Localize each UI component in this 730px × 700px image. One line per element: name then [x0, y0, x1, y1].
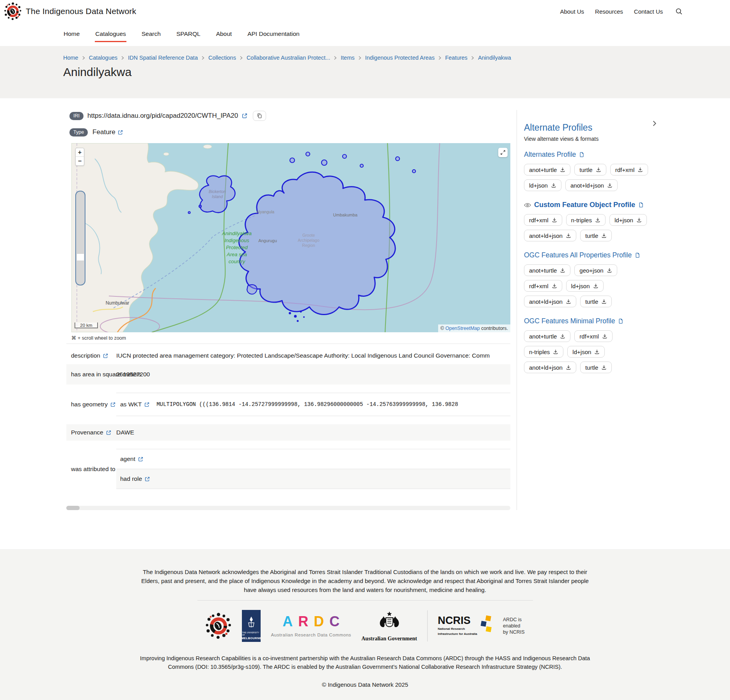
external-link-icon[interactable]	[106, 430, 111, 435]
document-icon[interactable]	[618, 318, 623, 324]
external-link-icon[interactable]	[103, 353, 108, 358]
format-download-button[interactable]: turtle	[580, 362, 612, 373]
breadcrumb-link[interactable]: Features	[445, 55, 467, 61]
slider-handle[interactable]	[77, 254, 84, 261]
breadcrumb-link[interactable]: Home	[63, 55, 78, 61]
format-download-button[interactable]: anot+ld+json	[524, 362, 576, 373]
download-icon	[638, 167, 643, 172]
breadcrumb-link[interactable]: Catalogues	[89, 55, 117, 61]
format-download-button[interactable]: n-triples	[566, 214, 606, 226]
map[interactable]: Bickerton Island Alyangula Angurugu Umba…	[71, 143, 510, 332]
format-label: n-triples	[529, 349, 550, 355]
brand[interactable]: The Indigenous Data Network	[4, 2, 136, 20]
format-download-button[interactable]: rdf+xml	[574, 330, 613, 342]
format-download-button[interactable]: anot+ld+json	[524, 230, 576, 241]
type-value[interactable]: Feature	[92, 128, 115, 136]
breadcrumb-item: Collections	[208, 55, 247, 61]
chevron-right-icon	[358, 56, 362, 60]
top-nav-link[interactable]: About Us	[560, 8, 584, 15]
breadcrumb-link[interactable]: Collaborative Australian Protect...	[247, 55, 330, 61]
ardc-caption: Australian Research Data Commons	[271, 633, 351, 637]
search-icon[interactable]	[675, 8, 682, 15]
nav-item[interactable]: Catalogues	[95, 27, 126, 42]
uom-text-line2: MELBOURNE	[241, 636, 261, 640]
ipa-label-line: Protected	[226, 245, 248, 250]
format-label: rdf+xml	[579, 333, 599, 340]
horizontal-scrollbar[interactable]	[66, 506, 510, 510]
logo-divider	[427, 610, 428, 642]
map-label-numbulwar: Numbulwar	[106, 300, 130, 306]
external-link-icon[interactable]	[110, 402, 115, 407]
format-download-button[interactable]: ld+json	[524, 179, 561, 191]
format-download-button[interactable]: rdf+xml	[524, 280, 562, 292]
format-download-button[interactable]: n-triples	[524, 346, 563, 358]
fullscreen-button[interactable]	[498, 148, 508, 157]
format-buttons: anot+turtle rdf+xml n-triples ld+json an…	[524, 330, 652, 373]
breadcrumb-link[interactable]: IDN Spatial Reference Data	[128, 55, 198, 61]
format-download-button[interactable]: anot+ld+json	[524, 296, 576, 307]
wkt-value: MULTIPOLYGON (((136.9814 -14.25727999999…	[156, 401, 506, 408]
properties-table: description IUCN protected area manageme…	[66, 347, 510, 510]
format-download-button[interactable]: turtle	[580, 230, 612, 241]
nav-item[interactable]: SPARQL	[176, 27, 201, 42]
nav-item[interactable]: Home	[63, 27, 80, 42]
format-download-button[interactable]: ld+json	[567, 346, 605, 358]
property-row-attributed: was attributed to agent had role	[66, 441, 510, 497]
idn-logo-icon	[4, 2, 22, 20]
document-icon[interactable]	[638, 202, 644, 208]
format-download-button[interactable]: anot+turtle	[524, 164, 570, 175]
copyright-symbol: ©	[440, 326, 444, 331]
external-link-icon[interactable]	[242, 113, 247, 119]
format-download-button[interactable]: rdf+xml	[524, 214, 562, 226]
chevron-right-icon	[201, 56, 205, 60]
ncris-name: NCRIS	[438, 615, 477, 626]
download-icon	[607, 183, 613, 188]
profile-title-link[interactable]: Custom Feature Object Profile	[534, 201, 635, 209]
download-icon	[607, 268, 612, 273]
copy-iri-button[interactable]	[253, 111, 266, 121]
property-row-provenance: Provenance DAWE	[66, 424, 510, 441]
format-download-button[interactable]: rdf+xml	[610, 164, 648, 175]
zoom-in-button[interactable]: +	[76, 148, 84, 157]
top-nav-link[interactable]: Resources	[595, 8, 623, 15]
map-zoom-slider[interactable]	[75, 191, 85, 285]
footer-divider	[197, 600, 533, 601]
breadcrumb-link[interactable]: Anindilyakwa	[478, 55, 511, 61]
ncris-caption-line1: National Research	[438, 627, 477, 631]
format-download-button[interactable]: anot+ld+json	[565, 179, 618, 191]
nav-item[interactable]: About	[216, 27, 233, 42]
format-download-button[interactable]: ld+json	[566, 280, 604, 292]
breadcrumb-link[interactable]: Items	[341, 55, 354, 61]
format-label: anot+ld+json	[529, 298, 563, 305]
map-label-umbakumba: Umbakumba	[333, 213, 358, 217]
osm-attribution-link[interactable]: OpenStreetMap	[445, 326, 480, 331]
external-link-icon[interactable]	[145, 477, 150, 482]
profile-title-link[interactable]: Alternates Profile	[524, 151, 576, 159]
format-download-button[interactable]: ld+json	[609, 214, 647, 226]
scrollbar-thumb[interactable]	[66, 506, 80, 510]
format-download-button[interactable]: turtle	[574, 164, 606, 175]
ardc-logo: ARDC Australian Research Data Commons	[271, 615, 351, 637]
breadcrumb-link[interactable]: Collections	[208, 55, 236, 61]
download-icon	[596, 167, 601, 172]
nav-item[interactable]: API Documentation	[247, 27, 300, 42]
download-icon	[593, 283, 599, 289]
format-download-button[interactable]: turtle	[580, 296, 612, 307]
profile-title-link[interactable]: OGC Features All Properties Profile	[524, 251, 632, 259]
external-link-icon[interactable]	[138, 457, 143, 462]
document-icon[interactable]	[635, 252, 640, 258]
document-icon[interactable]	[579, 152, 584, 158]
format-download-button[interactable]: anot+turtle	[524, 264, 570, 276]
external-link-icon[interactable]	[144, 402, 149, 407]
format-download-button[interactable]: geo+json	[574, 264, 617, 276]
sidebar-collapse-button[interactable]	[652, 120, 657, 127]
breadcrumb-link[interactable]: Indigenous Protected Areas	[365, 55, 435, 61]
agent-label: agent	[120, 455, 135, 463]
external-link-icon[interactable]	[118, 130, 123, 135]
nav-item[interactable]: Search	[141, 27, 161, 42]
acknowledgement-text: The Indigenous Data Network acknowledges…	[135, 568, 595, 595]
format-download-button[interactable]: anot+turtle	[524, 330, 570, 342]
profile-title-link[interactable]: OGC Features Minimal Profile	[524, 317, 615, 325]
top-nav-link[interactable]: Contact Us	[634, 8, 663, 15]
zoom-out-button[interactable]: −	[76, 157, 84, 165]
